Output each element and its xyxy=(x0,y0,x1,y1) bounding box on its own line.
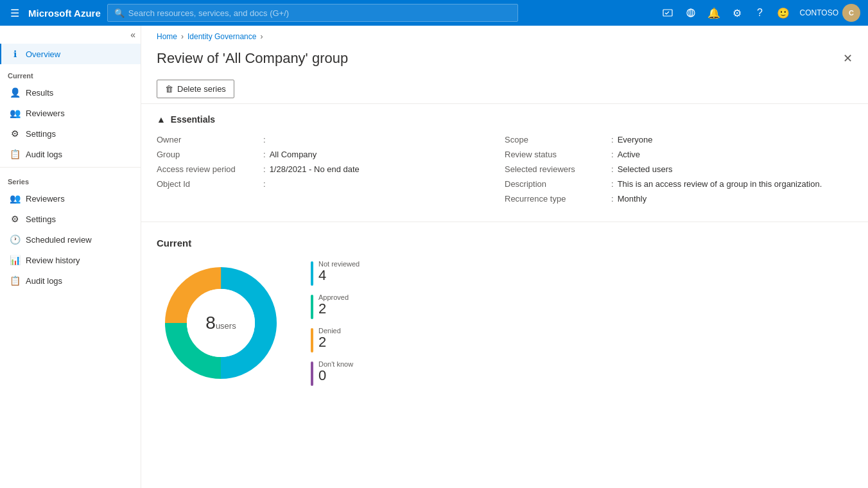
sidebar-item-label: Results xyxy=(26,88,53,98)
sidebar-item-scheduled-review[interactable]: 🕐 Scheduled review xyxy=(0,229,141,250)
close-button[interactable]: ✕ xyxy=(843,51,853,65)
sidebar-item-label: Settings xyxy=(26,214,56,224)
toolbar: 🗑 Delete series xyxy=(141,74,868,104)
sidebar-divider xyxy=(0,167,141,168)
cloud-shell-icon[interactable] xyxy=(657,3,678,23)
essentials-section: ▲ Essentials Owner : Group : All Company xyxy=(141,104,868,216)
info-icon: ℹ xyxy=(9,49,21,59)
description-label: Description xyxy=(505,179,607,189)
essentials-row-description: Description : This is an access review o… xyxy=(505,177,853,191)
sidebar-item-series-reviewers[interactable]: 👥 Reviewers xyxy=(0,188,141,209)
essentials-row-recurrence: Recurrence type : Monthly xyxy=(505,191,853,206)
search-icon: 🔍 xyxy=(114,8,125,18)
page-header: Review of 'All Company' group ✕ xyxy=(141,48,868,74)
donut-svg-overlay xyxy=(157,259,285,387)
legend-count-approved: 2 xyxy=(318,301,349,317)
history-icon: 📊 xyxy=(9,255,21,265)
selected-reviewers-sep: : xyxy=(611,164,614,174)
breadcrumb-sep-2: › xyxy=(260,32,263,41)
essentials-row-selected-reviewers: Selected reviewers : Selected users xyxy=(505,162,853,177)
brand-name: Microsoft Azure xyxy=(28,8,101,19)
essentials-grid: Owner : Group : All Company Access revie… xyxy=(157,132,853,206)
review-period-label: Access review period xyxy=(157,164,259,174)
legend-info-denied: Denied 2 xyxy=(318,327,341,350)
avatar[interactable]: C xyxy=(842,4,860,22)
sidebar-collapse-button[interactable]: « xyxy=(0,26,141,44)
sidebar-item-label: Audit logs xyxy=(26,150,62,159)
section-divider xyxy=(141,222,868,222)
hamburger-menu[interactable]: ☰ xyxy=(8,4,22,22)
recurrence-value: Monthly xyxy=(618,194,647,204)
legend-info-approved: Approved 2 xyxy=(318,293,349,317)
feedback-icon[interactable]: 🙂 xyxy=(773,3,794,23)
sidebar-item-audit-logs[interactable]: 📋 Audit logs xyxy=(0,144,141,164)
breadcrumb-identity-governance[interactable]: Identity Governance xyxy=(187,32,256,41)
review-period-sep: : xyxy=(263,164,266,174)
legend-item-approved: Approved 2 xyxy=(311,293,360,319)
chart-area: 8users Not reviewed 4 xyxy=(157,259,853,387)
scope-sep: : xyxy=(611,135,614,144)
legend-info-dont-know: Don't know 0 xyxy=(318,360,353,383)
review-status-label: Review status xyxy=(505,150,607,159)
object-id-label: Object Id xyxy=(157,179,259,189)
chart-legend: Not reviewed 4 Approved 2 xyxy=(311,260,360,386)
legend-item-denied: Denied 2 xyxy=(311,327,360,353)
legend-bar-denied xyxy=(311,328,313,353)
gear-icon-2: ⚙ xyxy=(9,214,21,224)
description-sep: : xyxy=(611,179,614,189)
sidebar-item-overview[interactable]: ℹ Overview xyxy=(0,44,141,64)
legend-bar-dont-know xyxy=(311,362,313,386)
sidebar-item-label: Settings xyxy=(26,129,56,139)
notifications-icon[interactable]: 🔔 xyxy=(704,3,724,23)
top-navigation: ☰ Microsoft Azure 🔍 🔔 ⚙ ? 🙂 CONTOSO C xyxy=(0,0,868,26)
selected-reviewers-label: Selected reviewers xyxy=(505,164,607,174)
gear-icon: ⚙ xyxy=(9,128,21,139)
sidebar-item-reviewers[interactable]: 👥 Reviewers xyxy=(0,103,141,123)
review-status-value: Active xyxy=(618,150,640,159)
directory-icon[interactable] xyxy=(681,3,701,23)
sidebar-item-series-settings[interactable]: ⚙ Settings xyxy=(0,209,141,229)
audit-icon: 📋 xyxy=(9,149,21,159)
legend-count-denied: 2 xyxy=(318,335,341,350)
review-status-sep: : xyxy=(611,150,614,159)
nav-icons: 🔔 ⚙ ? 🙂 xyxy=(657,3,794,23)
contoso-area[interactable]: CONTOSO C xyxy=(800,4,860,22)
description-value: This is an access review of a group in t… xyxy=(618,179,822,189)
search-box[interactable]: 🔍 xyxy=(107,4,518,22)
legend-count-not-reviewed: 4 xyxy=(318,268,360,283)
group-value: All Company xyxy=(270,150,317,159)
group-label: Group xyxy=(157,150,259,159)
main-wrapper: « ℹ Overview Current 👤 Results 👥 Reviewe… xyxy=(0,26,868,488)
breadcrumb-home[interactable]: Home xyxy=(157,32,177,41)
sidebar-item-results[interactable]: 👤 Results xyxy=(0,82,141,103)
essentials-row-object-id: Object Id : xyxy=(157,177,505,191)
breadcrumb: Home › Identity Governance › xyxy=(141,26,868,48)
svg-point-11 xyxy=(187,289,255,357)
legend-bar-not-reviewed xyxy=(311,261,313,286)
help-icon[interactable]: ? xyxy=(750,3,770,23)
sidebar-item-review-history[interactable]: 📊 Review history xyxy=(0,250,141,270)
page-title: Review of 'All Company' group xyxy=(157,50,348,67)
current-title: Current xyxy=(157,238,853,248)
content-area: Home › Identity Governance › Review of '… xyxy=(141,26,868,488)
sidebar-item-label: Audit logs xyxy=(26,276,62,286)
essentials-header[interactable]: ▲ Essentials xyxy=(157,114,853,125)
sidebar-item-label: Review history xyxy=(26,256,80,265)
current-section-label: Current xyxy=(0,64,141,82)
settings-icon[interactable]: ⚙ xyxy=(727,3,747,23)
scope-label: Scope xyxy=(505,135,607,144)
delete-series-button[interactable]: 🗑 Delete series xyxy=(157,80,234,98)
essentials-row-group: Group : All Company xyxy=(157,147,505,162)
clock-icon: 🕐 xyxy=(9,234,21,245)
group-sep: : xyxy=(263,150,266,159)
sidebar-item-label: Reviewers xyxy=(26,109,65,118)
sidebar-item-settings[interactable]: ⚙ Settings xyxy=(0,123,141,144)
recurrence-label: Recurrence type xyxy=(505,194,607,204)
object-id-sep: : xyxy=(263,179,266,189)
sidebar-item-label: Scheduled review xyxy=(26,235,92,245)
search-input[interactable] xyxy=(128,8,511,18)
legend-item-not-reviewed: Not reviewed 4 xyxy=(311,260,360,286)
sidebar-item-series-audit-logs[interactable]: 📋 Audit logs xyxy=(0,270,141,291)
legend-count-dont-know: 0 xyxy=(318,368,353,383)
recurrence-sep: : xyxy=(611,194,614,204)
